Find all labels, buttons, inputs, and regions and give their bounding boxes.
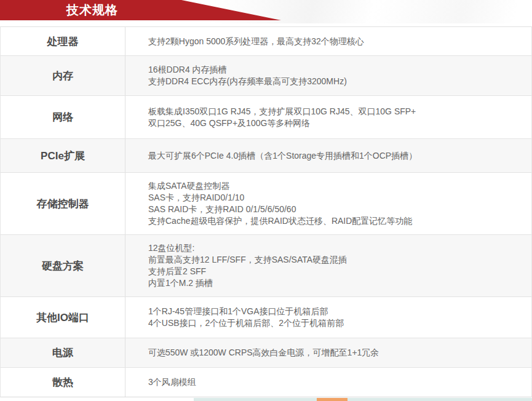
spec-label: 网络 [1, 96, 125, 138]
spec-label: 电源 [1, 338, 125, 367]
spec-label: 内存 [1, 56, 125, 95]
header: 技术规格 [0, 0, 532, 20]
spec-row-network: 网络 板载集成I350双口1G RJ45，支持扩展双口10G RJ45、双口10… [1, 96, 531, 139]
strip-segment-white [0, 398, 194, 401]
page-title: 技术规格 [0, 0, 185, 20]
spec-value: 16根DDR4 内存插槽 支持DDR4 ECC内存(内存频率最高可支持3200M… [125, 56, 531, 95]
spec-label: 其他IO端口 [1, 297, 125, 338]
spec-value: 可选550W 或1200W CRPS高效白金电源，可增配至1+1冗余 [125, 338, 531, 367]
spec-row-io-ports: 其他IO端口 1个RJ-45管理接口和1个VGA接口位于机箱后部 4个USB接口… [1, 297, 531, 338]
spec-value: 3个风扇模组 [125, 368, 531, 397]
spec-row-pcie: PCIe扩展 最大可扩展6个PCIe 4.0插槽（含1个Storage专用插槽和… [1, 139, 531, 173]
strip-segment-orange [317, 398, 347, 401]
spec-row-cooling: 散热 3个风扇模组 [1, 368, 531, 397]
page: { "header": { "title": "技术规格" }, "colors… [0, 0, 532, 401]
spec-value: 集成SATA硬盘控制器 SAS卡，支持RAID0/1/10 SAS RAID卡，… [125, 173, 531, 234]
spec-value: 最大可扩展6个PCIe 4.0插槽（含1个Storage专用插槽和1个OCP插槽… [125, 139, 531, 172]
spec-value: 支持2颗Hygon 5000系列处理器，最高支持32个物理核心 [125, 27, 531, 55]
spec-row-drive-plan: 硬盘方案 12盘位机型: 前置最高支持12 LFF/SFF，支持SAS/SATA… [1, 235, 531, 297]
spec-label: 处理器 [1, 27, 125, 55]
spec-table: 处理器 支持2颗Hygon 5000系列处理器，最高支持32个物理核心 内存 1… [0, 26, 532, 397]
strip-segment-teal-right [347, 398, 532, 401]
spec-row-processor: 处理器 支持2颗Hygon 5000系列处理器，最高支持32个物理核心 [1, 27, 531, 56]
spec-row-memory: 内存 16根DDR4 内存插槽 支持DDR4 ECC内存(内存频率最高可支持32… [1, 56, 531, 96]
spec-label: 硬盘方案 [1, 235, 125, 296]
strip-segment-teal-left [194, 398, 317, 401]
spec-label: 散热 [1, 368, 125, 397]
spec-label: PCIe扩展 [1, 139, 125, 172]
spec-value: 12盘位机型: 前置最高支持12 LFF/SFF，支持SAS/SATA硬盘混插 … [125, 235, 531, 296]
bottom-decor-strip [0, 398, 532, 401]
spec-row-power: 电源 可选550W 或1200W CRPS高效白金电源，可增配至1+1冗余 [1, 338, 531, 368]
spec-label: 存储控制器 [1, 173, 125, 234]
spec-value: 板载集成I350双口1G RJ45，支持扩展双口10G RJ45、双口10G S… [125, 96, 531, 138]
spec-row-storage-controller: 存储控制器 集成SATA硬盘控制器 SAS卡，支持RAID0/1/10 SAS … [1, 173, 531, 235]
spec-value: 1个RJ-45管理接口和1个VGA接口位于机箱后部 4个USB接口，2个位于机箱… [125, 297, 531, 338]
